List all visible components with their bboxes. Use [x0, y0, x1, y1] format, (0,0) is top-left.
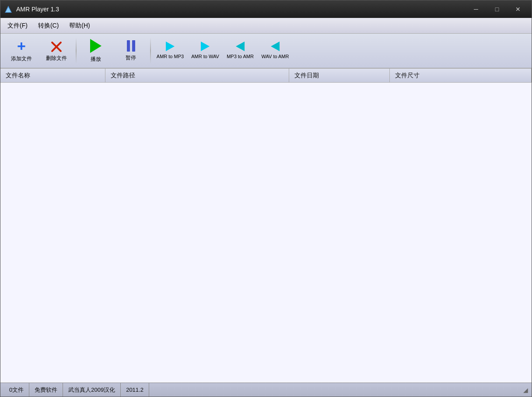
separator-2: [150, 38, 151, 64]
add-file-button[interactable]: + 添加文件: [4, 36, 39, 66]
mp3-to-amr-label: MP3 to AMR: [227, 54, 254, 59]
pause-button[interactable]: 暂停: [113, 36, 148, 66]
status-localization: 武当真人2009汉化: [63, 383, 121, 397]
pause-icon: [127, 40, 135, 52]
toolbar: + 添加文件 删除文件 播放 暂停 AMR to MP3: [0, 34, 532, 69]
menu-file[interactable]: 文件(F): [2, 20, 33, 31]
minimize-button[interactable]: ─: [466, 3, 486, 16]
amr-to-mp3-icon: [166, 42, 175, 51]
status-file-count: 0文件: [4, 383, 29, 397]
pause-label: 暂停: [126, 54, 136, 62]
column-header-name: 文件名称: [0, 69, 105, 82]
main-window: AMR Player 1.3 ─ □ ✕ 文件(F) 转换(C) 帮助(H) +…: [0, 0, 532, 397]
amr-to-wav-button[interactable]: AMR to WAV: [188, 36, 223, 66]
add-file-label: 添加文件: [11, 55, 32, 63]
play-button[interactable]: 播放: [78, 36, 113, 66]
play-icon: [90, 39, 102, 53]
mp3-to-amr-icon: [236, 42, 245, 51]
app-icon: [4, 5, 13, 14]
resize-grip: ◢: [523, 387, 528, 394]
column-header-path: 文件路径: [105, 69, 289, 82]
status-version: 2011.2: [121, 383, 149, 397]
amr-to-wav-icon: [201, 42, 210, 51]
wav-to-amr-button[interactable]: WAV to AMR: [258, 36, 293, 66]
file-list-header: 文件名称 文件路径 文件日期 文件尺寸: [0, 69, 532, 83]
column-header-date: 文件日期: [289, 69, 390, 82]
wav-to-amr-icon: [271, 42, 280, 51]
plus-icon: +: [15, 39, 28, 52]
status-license: 免费软件: [29, 383, 63, 397]
play-label: 播放: [91, 56, 101, 63]
amr-to-mp3-button[interactable]: AMR to MP3: [153, 36, 188, 66]
delete-file-button[interactable]: 删除文件: [39, 36, 74, 66]
amr-to-wav-label: AMR to WAV: [191, 54, 219, 59]
close-button[interactable]: ✕: [508, 3, 528, 16]
status-bar: 0文件 免费软件 武当真人2009汉化 2011.2 ◢: [0, 383, 532, 397]
title-bar-controls: ─ □ ✕: [466, 3, 528, 16]
window-title: AMR Player 1.3: [16, 6, 59, 13]
title-bar-left: AMR Player 1.3: [4, 5, 59, 14]
menu-convert[interactable]: 转换(C): [33, 20, 64, 31]
separator-1: [76, 38, 77, 64]
column-header-size: 文件尺寸: [390, 69, 532, 82]
maximize-button[interactable]: □: [487, 3, 507, 16]
delete-file-label: 删除文件: [46, 55, 67, 62]
title-bar: AMR Player 1.3 ─ □ ✕: [0, 0, 532, 18]
menu-bar: 文件(F) 转换(C) 帮助(H): [0, 18, 532, 34]
wav-to-amr-label: WAV to AMR: [262, 54, 289, 59]
delete-icon: [50, 40, 63, 52]
file-list-body[interactable]: [0, 83, 532, 383]
file-list-container: 文件名称 文件路径 文件日期 文件尺寸: [0, 69, 532, 383]
menu-help[interactable]: 帮助(H): [64, 20, 95, 31]
mp3-to-amr-button[interactable]: MP3 to AMR: [223, 36, 258, 66]
amr-to-mp3-label: AMR to MP3: [157, 54, 184, 59]
